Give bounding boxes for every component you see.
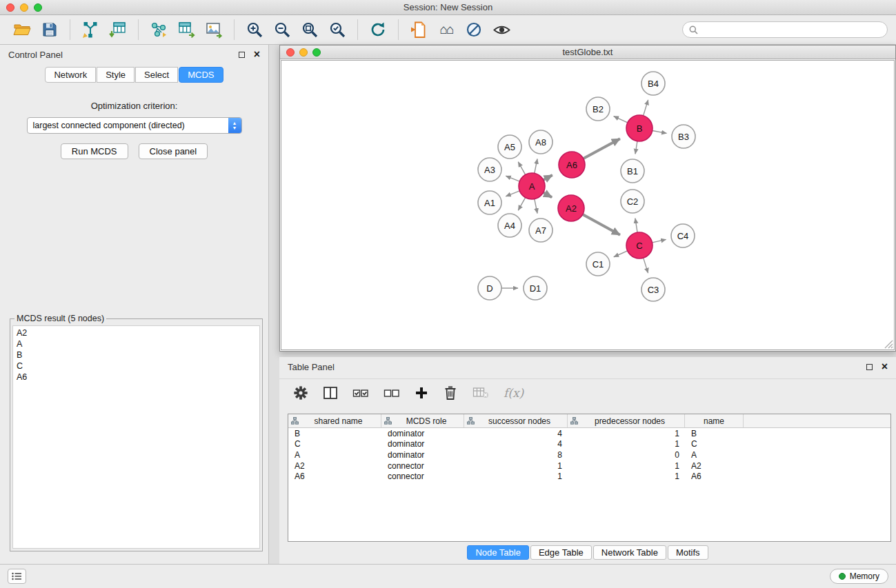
tab-select[interactable]: Select [135,67,178,83]
close-table-panel-icon[interactable]: × [882,361,888,372]
zoom-fit-button[interactable] [296,17,323,42]
tab-edge-table[interactable]: Edge Table [530,545,592,560]
resize-grip-icon[interactable] [884,340,893,349]
result-item[interactable]: A [17,338,256,349]
zoom-in-button[interactable] [241,17,268,42]
float-table-panel-icon[interactable] [866,364,873,370]
network-edge-C-C1[interactable] [614,251,628,257]
network-node-B2[interactable]: B2 [586,97,610,121]
task-history-button[interactable] [8,569,26,584]
result-item[interactable]: B [17,349,256,361]
network-node-A1[interactable]: A1 [478,191,501,214]
save-session-button[interactable] [36,17,63,42]
network-edge-B-B1[interactable] [635,141,637,154]
network-edge-A-A7[interactable] [535,199,537,214]
float-panel-icon[interactable] [239,52,245,58]
network-canvas[interactable]: B4B2BB3A5A8A6B1A3AC2A1A2A4A7C4CC1C3DD1 [281,61,894,349]
network-edge-B-B2[interactable] [614,116,628,123]
import-table-button[interactable] [104,17,132,42]
minimize-window-button[interactable] [20,3,28,12]
tab-motifs[interactable]: Motifs [668,545,708,560]
network-node-C2[interactable]: C2 [621,190,644,213]
deselect-all-button[interactable] [384,384,400,402]
network-node-A8[interactable]: A8 [529,130,552,154]
add-column-button[interactable] [415,384,428,402]
network-edge-A-A4[interactable] [518,198,525,211]
column-header-successor-nodes[interactable]: successor nodes [464,414,568,427]
select-all-button[interactable] [352,384,369,402]
export-table-button[interactable] [172,17,200,42]
network-edge-B-B4[interactable] [644,100,648,116]
tab-network-table[interactable]: Network Table [593,545,666,560]
export-network-button[interactable] [145,17,172,42]
open-file-button[interactable] [8,17,36,42]
table-row[interactable]: A6 connector 1 1 A6 [288,471,890,482]
zoom-out-button[interactable] [268,17,296,42]
close-panel-button[interactable]: Close panel [139,143,208,159]
table-row[interactable]: B dominator 4 1 B [288,428,890,439]
result-item[interactable]: A6 [17,372,256,383]
network-view[interactable]: B4B2BB3A5A8A6B1A3AC2A1A2A4A7C4CC1C3DD1 [281,60,895,350]
delete-column-button[interactable] [443,384,458,402]
tab-style[interactable]: Style [97,67,135,83]
memory-button[interactable]: Memory [830,569,888,584]
network-node-C3[interactable]: C3 [641,278,665,301]
show-hide-button[interactable] [488,17,515,42]
result-item[interactable]: C [17,361,256,372]
network-node-A4[interactable]: A4 [498,214,521,237]
export-image-button[interactable] [200,17,228,42]
minimize-network-window-button[interactable] [299,48,308,57]
criterion-dropdown[interactable]: largest connected component (directed) ▲… [27,117,242,134]
delete-table-button[interactable] [472,384,489,402]
network-edge-B-B3[interactable] [653,131,667,134]
network-node-A[interactable]: A [519,173,545,199]
network-edge-C-C4[interactable] [653,239,666,242]
network-edge-C-C3[interactable] [644,258,648,273]
network-node-B1[interactable]: B1 [621,159,644,183]
network-node-D1[interactable]: D1 [524,276,547,300]
network-edge-A-A6[interactable] [544,175,552,180]
table-row[interactable]: A dominator 8 0 A [288,449,890,460]
result-item[interactable]: A2 [17,327,256,338]
network-edge-A-A8[interactable] [535,159,537,173]
column-header-mcds-role[interactable]: MCDS role [381,414,464,427]
search-input[interactable] [702,25,881,34]
refresh-button[interactable] [364,17,392,42]
network-node-A3[interactable]: A3 [478,158,501,181]
network-node-D[interactable]: D [478,276,501,300]
network-node-A5[interactable]: A5 [498,135,521,159]
network-node-A6[interactable]: A6 [559,152,585,178]
network-window-titlebar[interactable]: testGlobe.txt [280,45,895,59]
graphics-details-button[interactable] [460,17,488,42]
network-edge-A-A3[interactable] [506,176,519,181]
network-node-B[interactable]: B [626,115,653,141]
apply-layout-button[interactable]: ⌂⌂ [432,17,460,42]
column-header-predecessor-nodes[interactable]: predecessor nodes [568,414,685,427]
function-builder-button[interactable]: f(x) [504,384,524,402]
tab-node-table[interactable]: Node Table [467,545,529,560]
network-edge-A2-C[interactable] [583,214,620,235]
table-row[interactable]: C dominator 4 1 C [288,439,890,450]
network-node-C4[interactable]: C4 [671,224,695,247]
network-edge-A-A2[interactable] [544,192,552,197]
run-mcds-button[interactable]: Run MCDS [61,143,128,159]
close-window-button[interactable] [6,3,14,12]
zoom-network-window-button[interactable] [312,48,321,57]
network-edge-A-A1[interactable] [506,191,519,196]
column-visibility-button[interactable] [323,384,338,402]
import-network-button[interactable] [77,17,104,42]
first-neighbors-button[interactable] [405,17,432,42]
tab-network[interactable]: Network [45,67,96,83]
column-header-shared-name[interactable]: shared name [288,414,381,427]
network-node-C1[interactable]: C1 [586,252,610,276]
table-row[interactable]: A2 connector 1 1 A2 [288,460,890,472]
network-node-A2[interactable]: A2 [558,195,584,221]
network-edge-A6-B[interactable] [584,139,620,159]
network-node-B4[interactable]: B4 [641,72,665,95]
network-node-A7[interactable]: A7 [529,219,552,242]
close-panel-icon[interactable]: × [254,49,260,60]
network-node-C[interactable]: C [626,232,653,258]
close-network-window-button[interactable] [286,48,295,57]
column-header-name[interactable]: name [685,414,744,427]
zoom-selected-button[interactable] [323,17,351,42]
